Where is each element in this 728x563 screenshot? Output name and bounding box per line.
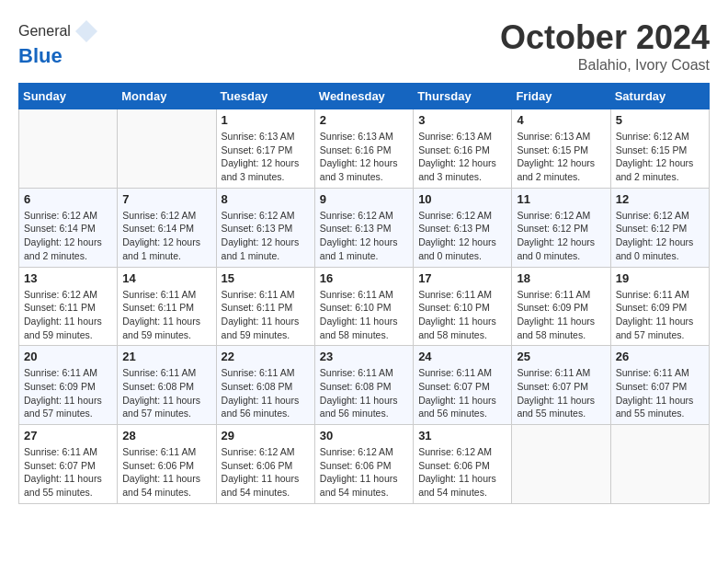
calendar-day-cell: 22Sunrise: 6:11 AM Sunset: 6:08 PM Dayli…	[216, 346, 314, 425]
calendar-week-row: 27Sunrise: 6:11 AM Sunset: 6:07 PM Dayli…	[19, 425, 710, 504]
day-info: Sunrise: 6:11 AM Sunset: 6:08 PM Dayligh…	[122, 366, 210, 420]
day-number: 21	[122, 350, 210, 363]
month-year-title: October 2024	[500, 18, 710, 57]
day-number: 18	[517, 271, 605, 285]
calendar-day-cell: 6Sunrise: 6:12 AM Sunset: 6:14 PM Daylig…	[19, 188, 118, 267]
day-number: 22	[222, 350, 310, 363]
day-info: Sunrise: 6:12 AM Sunset: 6:06 PM Dayligh…	[222, 445, 310, 500]
day-info: Sunrise: 6:11 AM Sunset: 6:08 PM Dayligh…	[222, 366, 310, 420]
calendar-day-cell: 26Sunrise: 6:11 AM Sunset: 6:07 PM Dayli…	[610, 346, 709, 425]
day-info: Sunrise: 6:11 AM Sunset: 6:09 PM Dayligh…	[517, 288, 605, 342]
day-info: Sunrise: 6:11 AM Sunset: 6:07 PM Dayligh…	[24, 445, 112, 500]
calendar-day-cell: 21Sunrise: 6:11 AM Sunset: 6:08 PM Dayli…	[118, 346, 216, 425]
day-of-week-header: Monday	[118, 84, 216, 109]
calendar-day-cell: 27Sunrise: 6:11 AM Sunset: 6:07 PM Dayli…	[19, 425, 118, 504]
day-info: Sunrise: 6:11 AM Sunset: 6:09 PM Dayligh…	[616, 288, 704, 342]
calendar-week-row: 20Sunrise: 6:11 AM Sunset: 6:09 PM Dayli…	[19, 346, 710, 425]
calendar-day-cell: 20Sunrise: 6:11 AM Sunset: 6:09 PM Dayli…	[19, 346, 118, 425]
day-number: 31	[418, 429, 506, 442]
day-number: 7	[122, 192, 210, 206]
day-number: 19	[616, 271, 704, 285]
calendar-week-row: 1Sunrise: 6:13 AM Sunset: 6:17 PM Daylig…	[19, 109, 710, 189]
calendar-day-cell: 7Sunrise: 6:12 AM Sunset: 6:14 PM Daylig…	[118, 188, 216, 267]
day-info: Sunrise: 6:12 AM Sunset: 6:12 PM Dayligh…	[517, 209, 605, 263]
day-info: Sunrise: 6:12 AM Sunset: 6:13 PM Dayligh…	[222, 209, 310, 263]
calendar-day-cell: 1Sunrise: 6:13 AM Sunset: 6:17 PM Daylig…	[216, 109, 314, 189]
calendar-day-cell: 9Sunrise: 6:12 AM Sunset: 6:13 PM Daylig…	[314, 188, 413, 267]
day-number: 10	[418, 192, 506, 206]
calendar-day-cell: 30Sunrise: 6:12 AM Sunset: 6:06 PM Dayli…	[314, 425, 413, 504]
day-number: 8	[222, 192, 310, 206]
day-number: 5	[616, 113, 704, 127]
calendar-day-cell: 29Sunrise: 6:12 AM Sunset: 6:06 PM Dayli…	[216, 425, 314, 504]
day-info: Sunrise: 6:13 AM Sunset: 6:16 PM Dayligh…	[418, 130, 506, 184]
day-number: 16	[320, 271, 408, 285]
calendar-day-cell: 31Sunrise: 6:12 AM Sunset: 6:06 PM Dayli…	[414, 425, 512, 504]
day-info: Sunrise: 6:11 AM Sunset: 6:10 PM Dayligh…	[418, 288, 506, 342]
day-number: 14	[122, 271, 210, 285]
day-of-week-header: Wednesday	[314, 84, 413, 109]
calendar-table: SundayMondayTuesdayWednesdayThursdayFrid…	[18, 83, 710, 504]
day-number: 15	[222, 271, 310, 285]
calendar-day-cell: 16Sunrise: 6:11 AM Sunset: 6:10 PM Dayli…	[314, 267, 413, 346]
calendar-day-cell: 25Sunrise: 6:11 AM Sunset: 6:07 PM Dayli…	[512, 346, 610, 425]
calendar-day-cell: 15Sunrise: 6:11 AM Sunset: 6:11 PM Dayli…	[216, 267, 314, 346]
day-info: Sunrise: 6:13 AM Sunset: 6:15 PM Dayligh…	[517, 130, 605, 184]
calendar-day-cell	[512, 425, 610, 504]
day-number: 17	[418, 271, 506, 285]
calendar-day-cell: 13Sunrise: 6:12 AM Sunset: 6:11 PM Dayli…	[19, 267, 118, 346]
day-number: 20	[24, 350, 112, 363]
day-info: Sunrise: 6:13 AM Sunset: 6:16 PM Dayligh…	[320, 130, 408, 184]
calendar-day-cell: 18Sunrise: 6:11 AM Sunset: 6:09 PM Dayli…	[512, 267, 610, 346]
day-number: 26	[616, 350, 704, 363]
day-number: 4	[517, 113, 605, 127]
calendar-day-cell: 3Sunrise: 6:13 AM Sunset: 6:16 PM Daylig…	[414, 109, 512, 189]
calendar-day-cell: 11Sunrise: 6:12 AM Sunset: 6:12 PM Dayli…	[512, 188, 610, 267]
day-info: Sunrise: 6:12 AM Sunset: 6:06 PM Dayligh…	[418, 445, 506, 500]
day-of-week-header: Sunday	[19, 84, 118, 109]
day-number: 25	[517, 350, 605, 363]
day-info: Sunrise: 6:13 AM Sunset: 6:17 PM Dayligh…	[222, 130, 310, 184]
day-info: Sunrise: 6:11 AM Sunset: 6:11 PM Dayligh…	[222, 288, 310, 342]
day-of-week-header: Friday	[512, 84, 610, 109]
day-number: 13	[24, 271, 112, 285]
calendar-day-cell: 4Sunrise: 6:13 AM Sunset: 6:15 PM Daylig…	[512, 109, 610, 189]
day-of-week-header: Tuesday	[216, 84, 314, 109]
day-number: 6	[24, 192, 112, 206]
page-header: General Blue October 2024 Balahio, Ivory…	[18, 18, 710, 74]
day-info: Sunrise: 6:11 AM Sunset: 6:07 PM Dayligh…	[517, 366, 605, 420]
day-info: Sunrise: 6:11 AM Sunset: 6:07 PM Dayligh…	[418, 366, 506, 420]
day-info: Sunrise: 6:12 AM Sunset: 6:11 PM Dayligh…	[24, 288, 112, 342]
calendar-header-row: SundayMondayTuesdayWednesdayThursdayFrid…	[19, 84, 710, 109]
title-block: October 2024 Balahio, Ivory Coast	[500, 18, 710, 74]
day-number: 29	[222, 429, 310, 442]
location-subtitle: Balahio, Ivory Coast	[500, 57, 710, 74]
day-info: Sunrise: 6:11 AM Sunset: 6:06 PM Dayligh…	[122, 445, 210, 500]
logo-icon	[74, 18, 99, 44]
day-info: Sunrise: 6:11 AM Sunset: 6:07 PM Dayligh…	[616, 366, 704, 420]
calendar-day-cell: 14Sunrise: 6:11 AM Sunset: 6:11 PM Dayli…	[118, 267, 216, 346]
day-of-week-header: Saturday	[610, 84, 709, 109]
calendar-day-cell	[19, 109, 118, 189]
calendar-day-cell	[610, 425, 709, 504]
day-info: Sunrise: 6:12 AM Sunset: 6:13 PM Dayligh…	[320, 209, 408, 263]
day-of-week-header: Thursday	[414, 84, 512, 109]
day-number: 24	[418, 350, 506, 363]
day-info: Sunrise: 6:12 AM Sunset: 6:13 PM Dayligh…	[418, 209, 506, 263]
day-number: 9	[320, 192, 408, 206]
calendar-day-cell: 8Sunrise: 6:12 AM Sunset: 6:13 PM Daylig…	[216, 188, 314, 267]
calendar-day-cell: 28Sunrise: 6:11 AM Sunset: 6:06 PM Dayli…	[118, 425, 216, 504]
day-number: 3	[418, 113, 506, 127]
calendar-day-cell: 10Sunrise: 6:12 AM Sunset: 6:13 PM Dayli…	[414, 188, 512, 267]
day-number: 2	[320, 113, 408, 127]
calendar-day-cell: 19Sunrise: 6:11 AM Sunset: 6:09 PM Dayli…	[610, 267, 709, 346]
day-info: Sunrise: 6:11 AM Sunset: 6:10 PM Dayligh…	[320, 288, 408, 342]
day-number: 28	[122, 429, 210, 442]
day-number: 30	[320, 429, 408, 442]
day-info: Sunrise: 6:11 AM Sunset: 6:08 PM Dayligh…	[320, 366, 408, 420]
svg-marker-0	[75, 20, 97, 42]
day-info: Sunrise: 6:11 AM Sunset: 6:09 PM Dayligh…	[24, 366, 112, 420]
calendar-day-cell: 5Sunrise: 6:12 AM Sunset: 6:15 PM Daylig…	[610, 109, 709, 189]
calendar-week-row: 13Sunrise: 6:12 AM Sunset: 6:11 PM Dayli…	[19, 267, 710, 346]
day-number: 27	[24, 429, 112, 442]
